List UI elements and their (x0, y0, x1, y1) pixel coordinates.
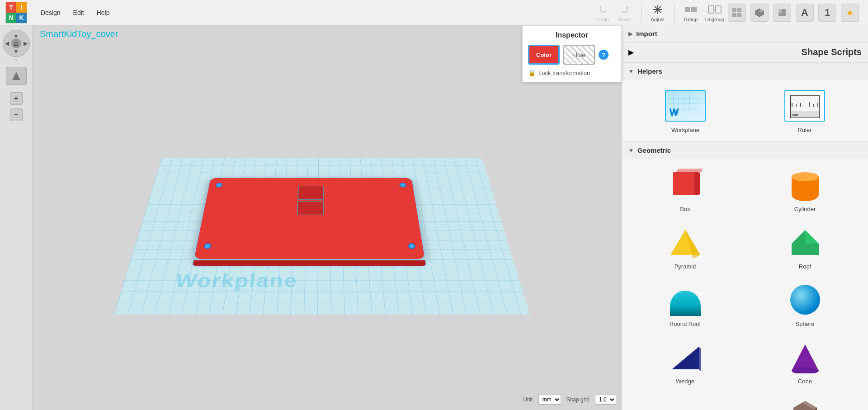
cylinder-shape-label: Cylinder (794, 206, 816, 212)
shape-item-round-roof[interactable]: Round Roof (628, 279, 742, 330)
shape-item-sphere[interactable]: Sphere (748, 279, 862, 330)
svg-marker-1 (626, 5, 629, 8)
shape-scripts-section: ▶ Shape Scripts (622, 42, 868, 63)
ruler-thumb: mm (782, 88, 827, 124)
svg-marker-29 (792, 344, 819, 371)
lock-text: Lock transformation (538, 70, 590, 76)
help-menu[interactable]: Help (90, 6, 116, 19)
roof-shape-label: Roof (799, 263, 811, 270)
color-button[interactable]: Color (528, 45, 560, 65)
hexagonal-prism-thumb (783, 396, 828, 410)
reset-view-button[interactable] (6, 67, 27, 85)
svg-rect-12 (737, 8, 741, 12)
box-view-icon[interactable] (773, 4, 791, 22)
svg-rect-6 (685, 7, 690, 12)
workplane: Workplane (114, 158, 530, 315)
geometric-grid: Box Cylinder (628, 164, 862, 410)
3d-view-icon[interactable] (750, 4, 769, 22)
redo-action[interactable]: Redo (618, 3, 632, 22)
roof-thumb (783, 224, 828, 260)
adjust-action[interactable]: Adjust (651, 3, 665, 22)
cylinder-thumb (783, 167, 828, 203)
import-header[interactable]: ▶ Import (622, 25, 868, 42)
shape-item-hexagonal-prism[interactable]: Hexagonal Prism (748, 394, 862, 410)
shape-item-pyramid[interactable]: Pyramid (628, 221, 742, 273)
geometric-chevron: ▼ (628, 147, 634, 154)
ungroup-action[interactable]: Ungroup (705, 3, 724, 22)
helpers-header[interactable]: ▼ Helpers (622, 63, 868, 80)
geometric-header[interactable]: ▼ Geometric (622, 142, 868, 159)
nav-gizmo[interactable]: ▲ ▼ ◀ ▶ ⌂ (3, 30, 30, 57)
grid-view-icon[interactable] (728, 4, 746, 22)
unit-select[interactable]: mm (538, 395, 561, 405)
helpers-label: Helpers (637, 67, 662, 75)
hole-button[interactable]: Hole (563, 45, 595, 65)
helpers-grid-container: W Workplane mm (622, 80, 868, 141)
zoom-out-button[interactable]: − (10, 108, 23, 121)
import-section: ▶ Import (622, 25, 868, 42)
shape-item-half-sphere[interactable]: Half Sphere (628, 394, 742, 410)
toolbar-actions: Undo Redo Adjust (596, 3, 724, 22)
screw-tl (215, 183, 223, 187)
workplane-shape-label: Workplane (671, 127, 699, 133)
svg-rect-14 (737, 13, 741, 17)
ruler-shape-label: Ruler (797, 127, 811, 133)
helpers-section: ▼ Helpers W Workplane (622, 63, 868, 142)
red-box-top (193, 178, 426, 259)
round-roof-shape-label: Round Roof (670, 320, 701, 327)
pyramid-thumb (663, 224, 708, 260)
redo-icon (618, 3, 632, 16)
box-thumb (663, 167, 708, 203)
geometric-section: ▼ Geometric Box (622, 142, 868, 410)
snap-grid-select[interactable]: 1.0 (595, 395, 616, 405)
shape-item-ruler[interactable]: mm (748, 85, 862, 136)
project-title-bar: SmartKidToy_cover (33, 25, 125, 43)
right-sidebar: ▶ Import ▶ Shape Scripts ▼ Helpers (622, 25, 868, 410)
viewport[interactable]: ✕ Workplane (33, 25, 622, 410)
shape-scripts-chevron: ▶ (628, 48, 634, 57)
svg-rect-11 (732, 8, 736, 12)
main-object[interactable] (192, 178, 427, 267)
shape-item-box[interactable]: Box (628, 164, 742, 215)
toolbar-right-icons: A 1 ★ (728, 4, 859, 22)
shape-item-wedge[interactable]: Wedge (628, 336, 742, 387)
toolbar: T I N K Design Edit Help Undo (0, 0, 868, 25)
shape-scripts-label: Shape Scripts (802, 47, 862, 57)
geometric-grid-container: Box Cylinder (622, 159, 868, 410)
unit-label: Unit (523, 396, 533, 403)
import-label: Import (636, 30, 657, 38)
cone-thumb (783, 339, 828, 375)
undo-action[interactable]: Undo (596, 3, 610, 22)
pyramid-shape-label: Pyramid (675, 263, 696, 270)
wedge-shape-label: Wedge (676, 378, 694, 385)
help-hint[interactable]: ? (14, 58, 17, 63)
helpers-chevron: ▼ (628, 68, 634, 75)
svg-marker-27 (672, 347, 699, 369)
shape-item-workplane[interactable]: W Workplane (628, 85, 742, 136)
star-icon[interactable]: ★ (841, 4, 859, 22)
ungroup-label: Ungroup (705, 17, 724, 22)
main-area: ▲ ▼ ◀ ▶ ⌂ ? + − SmartKidToy_cover (0, 25, 868, 410)
zoom-in-button[interactable]: + (10, 92, 23, 105)
project-title[interactable]: SmartKidToy_cover (40, 29, 118, 39)
svg-rect-13 (732, 13, 736, 17)
helpers-grid: W Workplane mm (628, 85, 862, 136)
inspector-help-button[interactable]: ? (599, 50, 609, 60)
shape-item-cylinder[interactable]: Cylinder (748, 164, 862, 215)
letter-a-icon[interactable]: A (796, 4, 814, 22)
left-panel: ▲ ▼ ◀ ▶ ⌂ ? + − (0, 25, 33, 410)
redo-label: Redo (619, 17, 631, 22)
cutout-container (297, 186, 324, 215)
edit-menu[interactable]: Edit (67, 6, 90, 19)
svg-marker-17 (12, 72, 20, 80)
import-chevron: ▶ (628, 31, 632, 37)
svg-rect-7 (691, 7, 697, 12)
shape-item-cone[interactable]: Cone (748, 336, 862, 387)
svg-marker-26 (805, 230, 819, 244)
design-menu[interactable]: Design (34, 6, 67, 19)
number-1-icon[interactable]: 1 (818, 4, 836, 22)
logo[interactable]: T I N K (5, 2, 27, 24)
shape-scripts-header[interactable]: ▶ Shape Scripts (622, 42, 868, 62)
shape-item-roof[interactable]: Roof (748, 221, 862, 273)
group-action[interactable]: Group (684, 3, 698, 22)
